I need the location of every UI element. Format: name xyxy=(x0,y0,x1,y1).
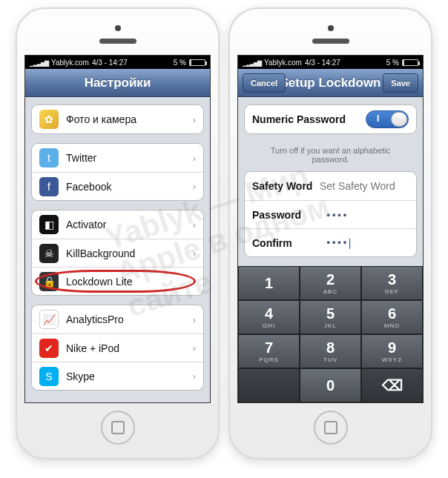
row-password[interactable]: Password ●●●● xyxy=(245,200,416,228)
row-nike[interactable]: ✔Nike + iPod› xyxy=(32,333,203,362)
app-icon: S xyxy=(39,367,59,386)
battery-label: 5 % xyxy=(174,59,186,67)
chevron-right-icon: › xyxy=(193,248,196,259)
confirm-label: Confirm xyxy=(252,237,326,249)
row-analytics[interactable]: 📈AnalyticsPro› xyxy=(32,305,203,333)
app-icon: t xyxy=(39,148,59,167)
safety-word-input[interactable] xyxy=(320,180,409,192)
row-label: Фото и камера xyxy=(66,113,136,125)
phone-left: Yablyk.com4/3 - 14:27 5 % Настройки ✿Фот… xyxy=(16,7,220,459)
key-6[interactable]: 6MNO xyxy=(361,300,423,334)
home-button[interactable] xyxy=(101,411,135,445)
row-label: Lockdown Lite xyxy=(66,276,133,288)
app-icon: ✔ xyxy=(39,339,59,358)
row-label: Activator xyxy=(66,219,106,230)
status-bar: Yablyk.com4/3 - 14:27 5 % xyxy=(238,56,423,69)
key-2[interactable]: 2ABC xyxy=(300,266,361,300)
carrier-label: Yablyk.com xyxy=(51,59,89,67)
chevron-right-icon: › xyxy=(193,219,196,230)
password-value: ●●●● xyxy=(326,211,349,219)
key-1[interactable]: 1 xyxy=(238,266,300,300)
key-8[interactable]: 8TUV xyxy=(300,334,361,368)
app-icon: 🔒 xyxy=(39,272,59,291)
row-photo[interactable]: ✿Фото и камера› xyxy=(32,105,203,133)
chevron-right-icon: › xyxy=(193,114,196,125)
key-4[interactable]: 4GHI xyxy=(238,300,300,334)
page-title: Setup Lockdown xyxy=(280,76,381,90)
battery-icon xyxy=(189,59,205,66)
key-0[interactable]: 0 xyxy=(300,368,361,402)
key-7[interactable]: 7PQRS xyxy=(238,334,300,368)
home-button[interactable] xyxy=(314,411,348,445)
chevron-right-icon: › xyxy=(193,342,196,353)
row-confirm[interactable]: Confirm ●●●●| xyxy=(245,228,416,256)
page-title: Настройки xyxy=(85,76,151,90)
row-label: AnalyticsPro xyxy=(66,313,124,325)
time-label: 4/3 - 14:27 xyxy=(92,59,128,67)
numeric-password-label: Numeric Password xyxy=(252,113,346,125)
signal-icon xyxy=(30,59,48,67)
confirm-value: ●●●●| xyxy=(326,237,352,249)
settings-list[interactable]: ✿Фото и камера›tTwitter›fFacebook›◧Activ… xyxy=(25,97,210,402)
key-3[interactable]: 3DEF xyxy=(361,266,423,300)
battery-label: 5 % xyxy=(386,59,399,67)
app-icon: ✿ xyxy=(39,110,59,129)
chevron-right-icon: › xyxy=(193,371,196,382)
key-5[interactable]: 5JKL xyxy=(300,300,361,334)
nav-bar: Cancel Setup Lockdown Save xyxy=(238,69,423,97)
chevron-right-icon: › xyxy=(193,153,196,164)
key-blank xyxy=(238,368,300,402)
signal-icon xyxy=(243,59,261,67)
row-skype[interactable]: SSkype› xyxy=(32,362,203,390)
nav-bar: Настройки xyxy=(25,69,210,97)
chevron-right-icon: › xyxy=(193,276,196,287)
row-numeric-password[interactable]: Numeric Password xyxy=(245,105,416,133)
setup-form: Numeric Password Turn off if you want an… xyxy=(238,97,423,266)
app-icon: ◧ xyxy=(39,215,59,234)
screen-settings: Yablyk.com4/3 - 14:27 5 % Настройки ✿Фот… xyxy=(24,55,211,403)
key-backspace[interactable]: ⌫ xyxy=(361,368,423,402)
time-label: 4/3 - 14:27 xyxy=(305,59,340,67)
battery-icon xyxy=(402,59,418,66)
row-label: Twitter xyxy=(66,152,96,164)
screen-lockdown: Yablyk.com4/3 - 14:27 5 % Cancel Setup L… xyxy=(237,55,424,403)
numeric-password-toggle[interactable] xyxy=(366,110,409,128)
safety-word-label: Safety Word xyxy=(252,180,320,192)
status-bar: Yablyk.com4/3 - 14:27 5 % xyxy=(25,56,210,69)
chevron-right-icon: › xyxy=(193,181,196,192)
row-facebook[interactable]: fFacebook› xyxy=(32,172,203,200)
numeric-hint: Turn off if you want an alphabetic passw… xyxy=(244,143,417,171)
row-twitter[interactable]: tTwitter› xyxy=(32,144,203,172)
key-9[interactable]: 9WXYZ xyxy=(361,334,423,368)
row-activator[interactable]: ◧Activator› xyxy=(32,210,203,239)
password-label: Password xyxy=(252,209,326,221)
row-killbg[interactable]: ☠KillBackground› xyxy=(32,239,203,267)
row-safety-word[interactable]: Safety Word xyxy=(245,172,416,200)
cancel-button[interactable]: Cancel xyxy=(243,73,286,93)
save-button[interactable]: Save xyxy=(383,73,418,93)
carrier-label: Yablyk.com xyxy=(264,59,302,67)
row-label: KillBackground xyxy=(66,248,135,259)
app-icon: f xyxy=(39,177,59,196)
numeric-keypad: 12ABC3DEF4GHI5JKL6MNO7PQRS8TUV9WXYZ0⌫ xyxy=(238,266,423,402)
chevron-right-icon: › xyxy=(193,314,196,325)
app-icon: 📈 xyxy=(39,310,59,329)
phone-right: Yablyk.com4/3 - 14:27 5 % Cancel Setup L… xyxy=(228,7,432,459)
row-lockdown[interactable]: 🔒Lockdown Lite› xyxy=(32,267,203,295)
app-icon: ☠ xyxy=(39,244,59,263)
row-label: Nike + iPod xyxy=(66,342,119,354)
row-label: Facebook xyxy=(66,181,111,193)
row-label: Skype xyxy=(66,371,95,382)
